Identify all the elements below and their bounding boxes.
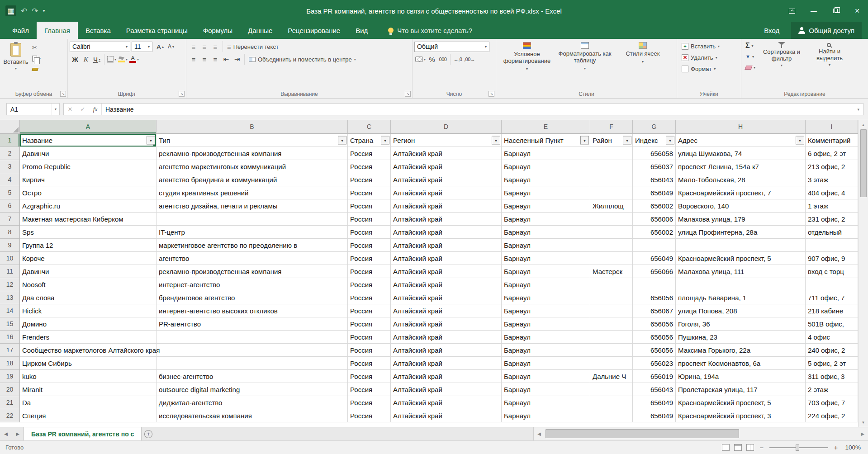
cell-B7[interactable] (157, 213, 348, 226)
format-cells-button[interactable]: Формат▾ (679, 63, 740, 75)
cell-A19[interactable]: kuko (20, 370, 157, 383)
filter-button-G[interactable]: ▾ (666, 136, 674, 145)
sort-filter-button[interactable]: Сортировка и фильтр ▾ (758, 41, 806, 90)
redo-button[interactable]: ↷ (32, 7, 38, 15)
align-right-button[interactable]: ≡ (210, 54, 221, 65)
column-header-I[interactable]: I (806, 120, 858, 134)
cell-H16[interactable]: Пушкина, 23 (676, 331, 806, 344)
align-center-button[interactable]: ≡ (199, 54, 210, 65)
page-break-view-button[interactable] (746, 444, 754, 451)
cell-G17[interactable]: 656056 (633, 344, 676, 357)
decrease-decimal-button[interactable]: ,00→ (463, 54, 476, 65)
cell-F14[interactable] (590, 304, 633, 317)
cell-B3[interactable]: агентство маркетинговых коммуникаций (157, 160, 348, 173)
cell-C13[interactable]: Россия (348, 291, 391, 304)
cell-F1[interactable]: Район▾ (590, 134, 633, 147)
row-header-14[interactable]: 14 (0, 304, 20, 317)
filter-button-F[interactable]: ▾ (623, 136, 631, 145)
column-header-F[interactable]: F (590, 120, 633, 134)
cell-D8[interactable]: Алтайский край (391, 226, 502, 239)
formula-field[interactable]: ✕ ✓ fx Название ▾ (63, 103, 863, 115)
column-header-C[interactable]: C (348, 120, 391, 134)
cell-A4[interactable]: Кирпич (20, 173, 157, 186)
zoom-in-button[interactable]: + (833, 444, 839, 451)
cell-G9[interactable] (633, 239, 676, 252)
row-header-8[interactable]: 8 (0, 226, 20, 239)
cell-I13[interactable]: 711 офис, 7 (806, 291, 858, 304)
row-header-7[interactable]: 7 (0, 213, 20, 226)
cell-G11[interactable]: 656066 (633, 265, 676, 278)
cell-E15[interactable]: Барнаул (502, 317, 590, 331)
ribbon-tab-4[interactable]: Разметка страницы (119, 22, 195, 39)
qat-customize-button[interactable]: ▾ (43, 9, 45, 13)
autosum-button[interactable]: Σ▾ (743, 41, 758, 51)
cell-F12[interactable] (590, 278, 633, 291)
horizontal-scrollbar-thumb[interactable] (545, 429, 739, 438)
font-color-button[interactable]: А▾ (128, 54, 140, 65)
grow-font-button[interactable]: А▴ (155, 42, 166, 52)
undo-button[interactable]: ↶ (21, 7, 27, 15)
cell-A21[interactable]: Da (20, 396, 157, 409)
cell-A13[interactable]: Два слова (20, 291, 157, 304)
cell-E21[interactable]: Барнаул (502, 396, 590, 409)
cell-E12[interactable]: Барнаул (502, 278, 590, 291)
row-header-22[interactable]: 22 (0, 409, 20, 422)
cell-A3[interactable]: Promo Republic (20, 160, 157, 173)
format-painter-button[interactable] (30, 64, 43, 74)
cell-G4[interactable]: 656043 (633, 173, 676, 186)
cell-D9[interactable]: Алтайский край (391, 239, 502, 252)
cell-H10[interactable]: Красноармейский проспект, 5 (676, 252, 806, 265)
cell-B11[interactable]: рекламно-производственная компания (157, 265, 348, 278)
cell-G12[interactable] (633, 278, 676, 291)
cancel-entry-button[interactable]: ✕ (64, 106, 76, 113)
increase-indent-button[interactable]: ⇥ (232, 54, 242, 65)
cell-D22[interactable]: Алтайский край (391, 409, 502, 422)
scroll-up-button[interactable]: ▲ (859, 120, 868, 129)
cell-E18[interactable]: Барнаул (502, 357, 590, 370)
cell-C20[interactable]: Россия (348, 383, 391, 396)
cell-F22[interactable] (590, 409, 633, 422)
cell-A10[interactable]: Короче (20, 252, 157, 265)
cell-A8[interactable]: Sps (20, 226, 157, 239)
cell-I8[interactable]: отдельный (806, 226, 858, 239)
cell-D11[interactable]: Алтайский край (391, 265, 502, 278)
cell-C8[interactable]: Россия (348, 226, 391, 239)
font-size-combo[interactable]: 11▾ (132, 42, 152, 52)
select-all-button[interactable] (0, 120, 20, 134)
cell-D10[interactable]: Алтайский край (391, 252, 502, 265)
cell-C4[interactable]: Россия (348, 173, 391, 186)
cell-B1[interactable]: Тип▾ (157, 134, 348, 147)
cell-G5[interactable]: 656049 (633, 186, 676, 199)
cell-I5[interactable]: 404 офис, 4 (806, 186, 858, 199)
cell-D15[interactable]: Алтайский край (391, 317, 502, 331)
italic-button[interactable]: К (81, 54, 91, 65)
cell-F8[interactable] (590, 226, 633, 239)
cell-G20[interactable]: 656043 (633, 383, 676, 396)
cell-B14[interactable]: интернет-агентство высоких откликов (157, 304, 348, 317)
cell-H12[interactable] (676, 278, 806, 291)
row-header-5[interactable]: 5 (0, 186, 20, 199)
ribbon-tab-2[interactable]: Главная (37, 22, 78, 39)
cell-B15[interactable]: PR-агентство (157, 317, 348, 331)
cell-I1[interactable]: Комментарий (806, 134, 858, 147)
row-header-9[interactable]: 9 (0, 239, 20, 252)
cell-I18[interactable]: 5 офис, 2 эт (806, 357, 858, 370)
cell-B19[interactable]: бизнес-агентство (157, 370, 348, 383)
cell-G14[interactable]: 656067 (633, 304, 676, 317)
cell-F17[interactable] (590, 344, 633, 357)
align-top-button[interactable]: ≡ (188, 42, 199, 52)
cell-F13[interactable] (590, 291, 633, 304)
cell-E11[interactable]: Барнаул (502, 265, 590, 278)
cell-D4[interactable]: Алтайский край (391, 173, 502, 186)
borders-button[interactable]: ▾ (106, 54, 117, 65)
filter-button-B[interactable]: ▾ (338, 136, 346, 145)
accounting-format-button[interactable]: ▾ (414, 54, 427, 65)
cell-G1[interactable]: Индекс▾ (633, 134, 676, 147)
cell-D19[interactable]: Алтайский край (391, 370, 502, 383)
cell-B5[interactable]: студия креативных решений (157, 186, 348, 199)
decrease-indent-button[interactable]: ⇤ (221, 54, 232, 65)
merge-center-button[interactable]: Объединить и поместить в центре▾ (247, 54, 358, 65)
cell-H5[interactable]: Красноармейский проспект, 7 (676, 186, 806, 199)
cell-F7[interactable] (590, 213, 633, 226)
sign-in-button[interactable]: Вход (764, 27, 779, 34)
